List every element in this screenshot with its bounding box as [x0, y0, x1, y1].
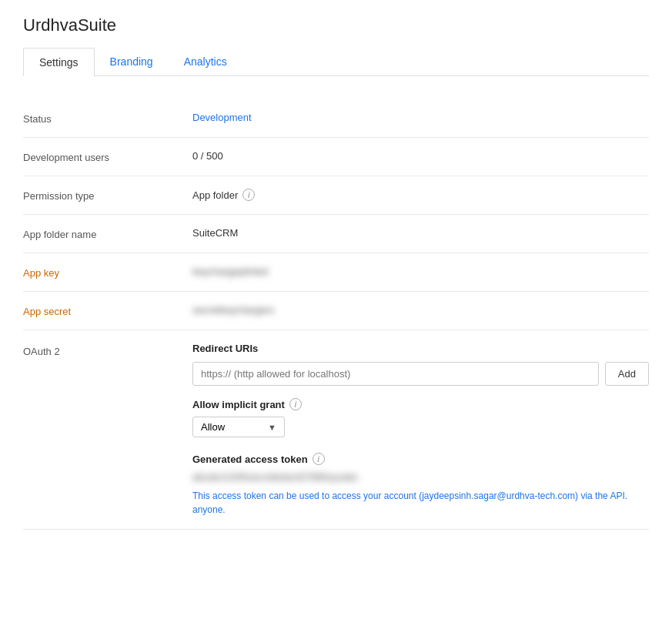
- redirect-uri-row: Add: [192, 362, 649, 386]
- add-redirect-uri-button[interactable]: Add: [605, 362, 649, 386]
- row-oauth: OAuth 2 Redirect URIs Add Allow implicit…: [23, 330, 649, 530]
- value-app-secret: secretkeychargers: [192, 304, 649, 316]
- label-app-folder-name: App folder name: [23, 227, 192, 240]
- token-description: This access token can be used to access …: [192, 489, 649, 517]
- oauth-content: Redirect URIs Add Allow implicit grant i…: [192, 343, 649, 517]
- app-title: UrdhvaSuite: [23, 15, 649, 35]
- label-dev-users: Development users: [23, 150, 192, 163]
- tabs-nav: Settings Branding Analytics: [23, 48, 649, 76]
- generated-token-title: Generated access token: [192, 454, 308, 465]
- redirect-uri-input[interactable]: [192, 362, 599, 386]
- implicit-grant-title-row: Allow implicit grant i: [192, 398, 649, 410]
- row-app-secret: App secret secretkeychargers: [23, 292, 649, 330]
- tab-branding[interactable]: Branding: [95, 48, 169, 76]
- implicit-grant-section: Allow implicit grant i Allow Deny ▼: [192, 398, 649, 437]
- redirect-uris-title: Redirect URIs: [192, 343, 649, 354]
- generated-token-info-icon[interactable]: i: [313, 453, 325, 465]
- permission-type-text: App folder: [192, 189, 238, 201]
- permission-info: App folder i: [192, 189, 255, 201]
- value-permission-type: App folder i: [192, 189, 649, 201]
- app-secret-value: secretkeychargers: [192, 304, 274, 316]
- implicit-grant-title: Allow implicit grant: [192, 399, 285, 410]
- label-permission-type: Permission type: [23, 189, 192, 202]
- permission-type-info-icon[interactable]: i: [242, 189, 255, 201]
- label-app-secret: App secret: [23, 304, 192, 317]
- implicit-grant-select-wrapper[interactable]: Allow Deny ▼: [192, 417, 285, 437]
- label-status: Status: [23, 112, 192, 125]
- tab-settings[interactable]: Settings: [23, 48, 95, 76]
- app-key-value: keychargeplinted: [192, 266, 268, 277]
- row-app-folder-name: App folder name SuiteCRM: [23, 215, 649, 253]
- row-app-key: App key keychargeplinted: [23, 253, 649, 292]
- value-app-key: keychargeplinted: [192, 266, 649, 277]
- value-app-folder-name: SuiteCRM: [192, 227, 649, 239]
- row-status: Status Development: [23, 99, 649, 138]
- label-app-key: App key: [23, 266, 192, 279]
- value-status: Development: [192, 112, 649, 123]
- status-link[interactable]: Development: [192, 112, 252, 123]
- generated-token-title-row: Generated access token i: [192, 453, 649, 465]
- tab-analytics[interactable]: Analytics: [169, 48, 242, 76]
- token-value: abcde12345secrettoken67890xyzabc: [192, 471, 649, 483]
- generated-token-section: Generated access token i abcde12345secre…: [192, 453, 649, 517]
- implicit-grant-select[interactable]: Allow Deny: [201, 421, 262, 433]
- chevron-down-icon: ▼: [268, 423, 276, 432]
- settings-table: Status Development Development users 0 /…: [23, 99, 649, 530]
- value-dev-users: 0 / 500: [192, 150, 649, 162]
- row-permission-type: Permission type App folder i: [23, 176, 649, 215]
- label-oauth: OAuth 2: [23, 343, 192, 357]
- implicit-grant-info-icon[interactable]: i: [289, 398, 302, 410]
- row-dev-users: Development users 0 / 500: [23, 138, 649, 176]
